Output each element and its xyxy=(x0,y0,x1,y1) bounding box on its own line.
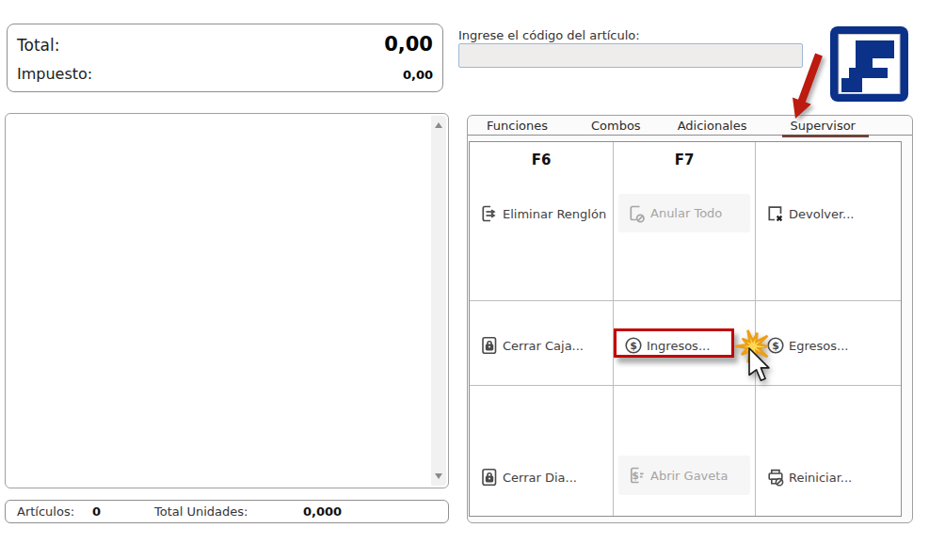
article-code-input[interactable] xyxy=(458,43,803,68)
grid-cell: Cerrar Caja... xyxy=(470,301,614,386)
cerrar-caja-button[interactable]: Cerrar Caja... xyxy=(479,335,584,356)
delete-row-icon xyxy=(479,203,500,224)
scroll-up-icon[interactable] xyxy=(431,118,446,133)
grid-cell: $ Egresos... xyxy=(756,301,901,386)
anular-todo-button: Anular Todo xyxy=(618,194,750,232)
button-label: Anular Todo xyxy=(650,206,722,220)
svg-text:$: $ xyxy=(632,470,639,482)
button-label: Reiniciar... xyxy=(789,471,852,485)
totals-box: Total: 0,00 Impuesto: 0,00 xyxy=(7,24,443,92)
svg-text:$: $ xyxy=(630,340,637,352)
button-label: Ingresos... xyxy=(647,339,710,353)
button-label: Cerrar Caja... xyxy=(503,339,584,353)
total-units-value: 0,000 xyxy=(303,504,342,519)
devolver-button[interactable]: Devolver... xyxy=(765,203,855,224)
dollar-circle-icon: $ xyxy=(765,335,786,356)
tab-adicionales[interactable]: Adicionales xyxy=(674,117,751,135)
fkey-header-f6: F6 xyxy=(470,142,613,170)
grid-cell: $ Abrir Gaveta xyxy=(614,386,756,516)
articles-label: Artículos: xyxy=(17,504,74,519)
grid-cell: Cerrar Dia... xyxy=(470,386,614,516)
button-label: Cerrar Dia... xyxy=(503,471,577,485)
grid-cell: Reiniciar... xyxy=(756,386,901,516)
tab-supervisor[interactable]: Supervisor xyxy=(787,117,859,135)
fkey-header-f7: F7 xyxy=(614,142,755,170)
dollar-circle-icon: $ xyxy=(623,335,644,356)
function-button-grid: F6 Eliminar Renglón F7 Anular Todo xyxy=(469,141,902,517)
sale-items-list xyxy=(5,113,449,488)
articles-value: 0 xyxy=(92,504,101,519)
article-code-label: Ingrese el código del artículo: xyxy=(458,28,640,42)
tab-strip: Funciones Combos Adicionales Supervisor xyxy=(468,116,912,136)
grid-cell: F7 Anular Todo xyxy=(614,142,756,301)
cash-drawer-icon: $ xyxy=(627,465,648,486)
abrir-gaveta-button: $ Abrir Gaveta xyxy=(618,456,750,495)
grid-cell: F6 Eliminar Renglón xyxy=(470,142,614,301)
lock-icon xyxy=(479,467,500,488)
button-label: Devolver... xyxy=(789,207,855,221)
button-label: Egresos... xyxy=(789,339,848,353)
button-label: Abrir Gaveta xyxy=(650,469,728,483)
cerrar-dia-button[interactable]: Cerrar Dia... xyxy=(479,467,577,488)
status-bar: Artículos: 0 Total Unidades: 0,000 xyxy=(5,500,449,523)
printer-cancel-icon xyxy=(765,467,786,488)
ingresos-button[interactable]: $ Ingresos... xyxy=(623,335,710,356)
svg-text:$: $ xyxy=(772,340,779,352)
scroll-down-icon[interactable] xyxy=(431,469,446,484)
total-label: Total: xyxy=(17,36,59,55)
total-value: 0,00 xyxy=(384,33,433,56)
tax-label: Impuesto: xyxy=(17,65,92,83)
tax-value: 0,00 xyxy=(403,68,433,82)
lock-icon xyxy=(479,335,500,356)
egresos-button[interactable]: $ Egresos... xyxy=(765,335,848,356)
eliminar-renglon-button[interactable]: Eliminar Renglón xyxy=(479,203,606,224)
button-label: Eliminar Renglón xyxy=(503,207,606,221)
tab-funciones[interactable]: Funciones xyxy=(483,117,552,135)
cancel-document-icon xyxy=(627,203,648,224)
return-document-icon xyxy=(765,203,786,224)
grid-cell: Devolver... xyxy=(756,142,901,301)
fkey-header-empty xyxy=(756,142,901,170)
grid-cell: $ Ingresos... xyxy=(614,301,756,386)
tab-combos[interactable]: Combos xyxy=(587,117,645,135)
function-panel: Funciones Combos Adicionales Supervisor … xyxy=(467,115,913,523)
reiniciar-button[interactable]: Reiniciar... xyxy=(765,467,852,488)
f-block-logo-icon xyxy=(830,26,908,102)
total-units-label: Total Unidades: xyxy=(154,504,248,519)
vertical-scrollbar[interactable] xyxy=(431,116,446,486)
